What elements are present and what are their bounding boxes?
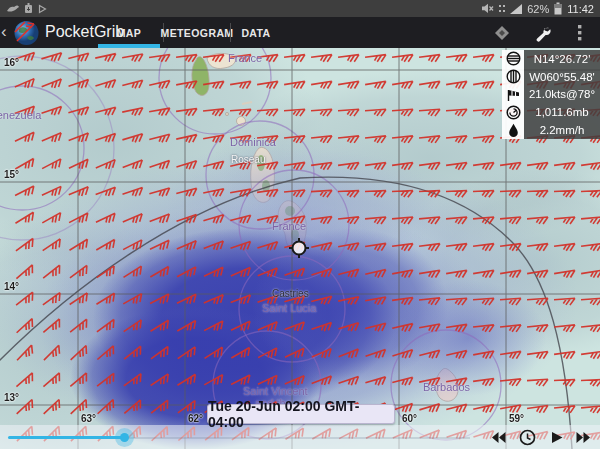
longitude-icon xyxy=(506,69,521,84)
tools-button[interactable] xyxy=(530,21,554,45)
mute-speaker-icon xyxy=(481,3,494,14)
longitude-toggle[interactable] xyxy=(502,68,524,86)
dove-icon xyxy=(6,3,19,14)
pressure-gauge-icon xyxy=(506,105,521,120)
windsock-icon xyxy=(506,87,521,102)
battery-icon xyxy=(554,2,562,15)
time-slider-thumb[interactable] xyxy=(120,433,129,442)
step-forward-button[interactable] xyxy=(574,429,592,446)
forecast-time-label: Tue 20-Jun 02:00 GMT-04:00 xyxy=(207,404,395,424)
wrench-icon xyxy=(534,25,551,42)
play-button[interactable] xyxy=(548,429,566,446)
readout-wind: 21.0kts@78° xyxy=(524,86,600,104)
grib-readout-panel: N14°26.72' W060°55.48' 21.0kts@78° 1,011… xyxy=(502,50,600,139)
pressure-toggle[interactable] xyxy=(502,103,524,121)
readout-icon-strip xyxy=(502,50,524,139)
time-slider-track[interactable] xyxy=(124,437,470,439)
status-left-icons xyxy=(6,3,47,14)
grib-layers-button[interactable] xyxy=(490,21,514,45)
download-icon xyxy=(24,3,33,14)
fast-forward-icon xyxy=(576,431,591,444)
readout-latitude: N14°26.72' xyxy=(524,50,600,68)
layers-cube-icon xyxy=(494,25,510,41)
readout-precipitation: 2.2mm/h xyxy=(524,121,600,139)
pocketgrib-app: France Dominica Roseau Venezuela France … xyxy=(0,0,600,449)
play-icon xyxy=(551,431,563,444)
signal-strength-icon xyxy=(510,4,522,14)
clock-text: 11:42 xyxy=(567,3,594,15)
time-slider-active-track[interactable] xyxy=(8,436,124,439)
tab-meteogram-label: METEOGRAM xyxy=(161,27,234,39)
clock-icon xyxy=(519,429,536,446)
tab-map-label: MAP xyxy=(117,27,142,39)
media-play-icon xyxy=(38,4,47,14)
no-sim-icon xyxy=(499,4,505,13)
status-right-cluster: 62% 11:42 xyxy=(481,2,594,15)
tab-data-label: DATA xyxy=(241,27,270,39)
overflow-menu-button[interactable] xyxy=(568,21,592,45)
pocketgrib-logo-icon[interactable] xyxy=(13,19,40,46)
overflow-dots-icon xyxy=(578,25,582,41)
readout-longitude: W060°55.48' xyxy=(524,68,600,86)
latitude-icon xyxy=(506,51,521,66)
active-tab-underline xyxy=(98,44,160,48)
readout-values: N14°26.72' W060°55.48' 21.0kts@78° 1,011… xyxy=(524,50,600,139)
readout-pressure: 1,011.6mb xyxy=(524,103,600,121)
step-back-button[interactable] xyxy=(489,429,507,446)
droplet-icon xyxy=(507,123,520,138)
tab-separator xyxy=(230,23,231,42)
precipitation-toggle[interactable] xyxy=(502,121,524,139)
back-chevron-icon[interactable]: ‹ xyxy=(1,21,7,43)
app-toolbar: ‹ PocketGrib MAP METEOGRAM DATA xyxy=(0,17,600,48)
battery-percent-text: 62% xyxy=(527,3,549,15)
android-status-bar: 62% 11:42 xyxy=(0,0,600,17)
tab-meteogram[interactable]: METEOGRAM xyxy=(164,17,230,48)
rewind-icon xyxy=(491,431,506,444)
tab-data[interactable]: DATA xyxy=(232,17,280,48)
latitude-toggle[interactable] xyxy=(502,50,524,68)
wind-toggle[interactable] xyxy=(502,86,524,104)
set-time-button[interactable] xyxy=(518,429,536,446)
